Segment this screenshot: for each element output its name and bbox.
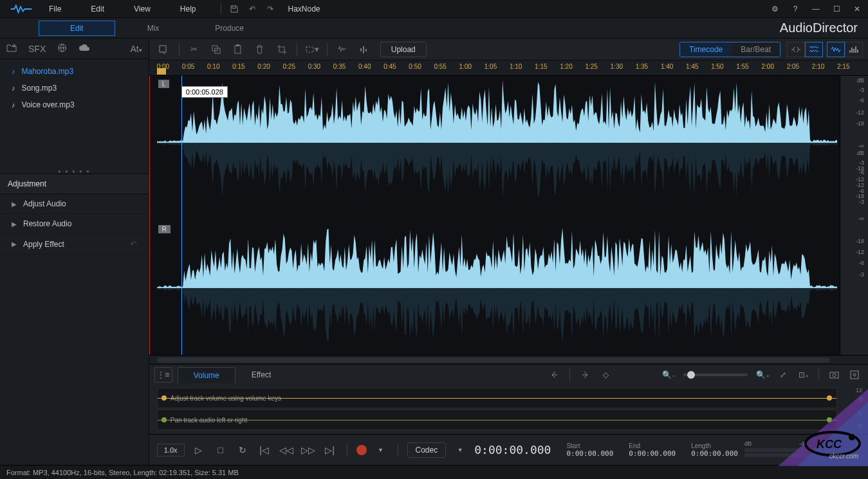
svg-rect-9 <box>365 49 367 51</box>
zoom-selection-icon[interactable] <box>154 41 174 58</box>
tab-volume[interactable]: Volume <box>178 367 235 383</box>
playback-speed[interactable]: 1.0x <box>157 444 185 456</box>
font-size-button[interactable]: At▾ <box>130 44 142 54</box>
timeline-area: 0:000:050:100:150:200:250:300:350:400:45… <box>149 60 868 465</box>
file-list: ♪ Mahoroba.mp3 ♪ Song.mp3 ♪ Voice over.m… <box>0 59 149 168</box>
transport-bar: 1.0x ▷ □ ↻ |◁ ◁◁ ▷▷ ▷| ▼ Codec ▼ 0:00:00… <box>149 434 868 465</box>
tab-effect[interactable]: Effect <box>235 366 287 383</box>
forward-icon[interactable]: ▷▷ <box>300 442 316 458</box>
codec-menu-icon[interactable]: ▼ <box>452 442 468 458</box>
horizontal-scrollbar[interactable] <box>149 355 868 364</box>
menu-file[interactable]: File <box>44 2 66 16</box>
snapshot-icon[interactable] <box>826 368 842 382</box>
mode-edit[interactable]: Edit <box>39 21 115 36</box>
file-item[interactable]: ♪ Voice over.mp3 <box>0 96 149 113</box>
barbeat-button[interactable]: Bar/Beat <box>732 42 780 57</box>
zoom-vertical-icon[interactable]: ⤢ <box>775 368 791 382</box>
normalize-icon[interactable] <box>333 41 352 58</box>
undo-effect-icon[interactable]: ↶ <box>130 239 137 249</box>
keyframe-prev-icon[interactable] <box>546 368 563 382</box>
settings-icon[interactable]: ⚙ <box>769 3 780 15</box>
file-item[interactable]: ♪ Song.mp3 <box>0 80 149 96</box>
close-icon[interactable]: ✕ <box>851 3 863 15</box>
panel-resize-handle[interactable]: ● ● ● ● ● <box>0 168 149 174</box>
menu-view[interactable]: View <box>129 2 156 16</box>
settings-panel-icon[interactable] <box>846 368 863 382</box>
adjust-audio-item[interactable]: ▶Adjust Audio <box>0 194 149 214</box>
restore-audio-item[interactable]: ▶Restore Audio <box>0 214 149 234</box>
main-menu: File Edit View Help <box>44 2 201 16</box>
zoom-out-icon[interactable]: 🔍₋ <box>660 368 677 382</box>
mode-mix[interactable]: Mix <box>115 21 192 35</box>
waveform-compact-icon[interactable] <box>787 42 805 57</box>
panel-menu-icon[interactable]: ⋮≡ <box>154 367 172 383</box>
file-name: Voice over.mp3 <box>22 100 75 109</box>
keyframe-next-icon[interactable] <box>577 368 593 382</box>
file-name: Mahoroba.mp3 <box>22 67 74 76</box>
effects-icon[interactable] <box>355 41 374 58</box>
pan-track[interactable]: Pan track audio left or right L R <box>157 410 837 430</box>
minimize-icon[interactable]: — <box>810 3 822 15</box>
volume-track[interactable]: Adjust track volume using volume keys 12… <box>157 388 837 408</box>
svg-rect-7 <box>360 48 362 51</box>
menu-edit[interactable]: Edit <box>86 2 109 16</box>
delete-icon[interactable] <box>250 41 270 58</box>
cloud-icon[interactable] <box>78 44 90 54</box>
spectral-view-icon[interactable] <box>845 42 863 57</box>
globe-icon[interactable] <box>57 43 67 55</box>
audio-file-icon: ♪ <box>12 68 15 75</box>
apply-effect-item[interactable]: ▶Apply Effect↶ <box>0 234 149 255</box>
pan-hint: Pan track audio left or right <box>171 417 248 424</box>
go-start-icon[interactable]: |◁ <box>257 442 272 458</box>
go-end-icon[interactable]: ▷| <box>322 442 338 458</box>
channel-right-label: R <box>158 225 171 233</box>
start-time-group: Start 0:00:00.000 <box>566 442 613 458</box>
expand-icon: ▶ <box>12 201 17 208</box>
import-icon[interactable] <box>6 43 17 54</box>
upload-button[interactable]: Upload <box>380 42 427 57</box>
editor-toolbar: ✂ ▾ Upload Timecode Bar/Beat <box>149 39 868 60</box>
length-time-group: Length 0:00:00.000 <box>691 442 738 458</box>
channel-left-label: L <box>158 80 170 88</box>
copy-icon[interactable] <box>207 41 226 58</box>
zoom-in-icon[interactable]: 🔍₊ <box>754 368 771 382</box>
zoom-fit-icon[interactable]: ⊡₊ <box>795 368 812 382</box>
menu-help[interactable]: Help <box>175 2 201 16</box>
loop-icon[interactable]: ↻ <box>235 442 250 458</box>
undo-icon[interactable]: ↶ <box>247 4 257 14</box>
svg-rect-6 <box>306 47 313 52</box>
waveform-split-icon[interactable] <box>805 42 823 57</box>
file-item[interactable]: ♪ Mahoroba.mp3 <box>0 63 149 80</box>
play-icon[interactable]: ▷ <box>191 442 207 458</box>
mode-produce[interactable]: Produce <box>191 21 268 35</box>
app-logo-icon <box>5 0 37 18</box>
record-menu-icon[interactable]: ▼ <box>373 442 389 458</box>
zoom-slider[interactable] <box>683 374 748 376</box>
file-name: Song.mp3 <box>22 84 57 93</box>
maximize-icon[interactable]: ☐ <box>831 3 842 15</box>
timecode-button[interactable]: Timecode <box>680 42 732 57</box>
statusbar: Format: MP3, 44100Hz, 16-bits, Stereo, L… <box>0 465 868 479</box>
sfx-button[interactable]: SFX <box>28 44 46 54</box>
stop-icon[interactable]: □ <box>213 442 228 458</box>
main-time-display: 0:00:00.000 <box>474 443 551 456</box>
record-button[interactable] <box>356 445 367 455</box>
redo-icon[interactable]: ↷ <box>265 4 275 14</box>
select-tool-icon[interactable]: ▾ <box>302 41 322 58</box>
codec-button[interactable]: Codec <box>407 442 447 458</box>
svg-rect-17 <box>830 372 838 378</box>
waveform-view-icon[interactable] <box>827 42 845 57</box>
save-icon[interactable] <box>229 4 239 14</box>
keyframe-add-icon[interactable]: ◇ <box>597 368 614 382</box>
crop-icon[interactable] <box>272 41 291 58</box>
cursor-time-tooltip: 0:00:05.028 <box>181 86 228 98</box>
paste-icon[interactable] <box>228 41 248 58</box>
waveform-area[interactable]: 0:00:05.028 L R dB-3-6-12-18-∞-18-12-6-3… <box>149 76 868 355</box>
cut-icon[interactable]: ✂ <box>185 41 204 58</box>
svg-point-20 <box>853 374 856 376</box>
rewind-icon[interactable]: ◁◁ <box>279 442 294 458</box>
svg-rect-4 <box>235 46 241 53</box>
time-ruler[interactable]: 0:000:050:100:150:200:250:300:350:400:45… <box>149 60 868 76</box>
help-icon[interactable]: ? <box>790 3 801 15</box>
svg-rect-8 <box>363 46 364 53</box>
